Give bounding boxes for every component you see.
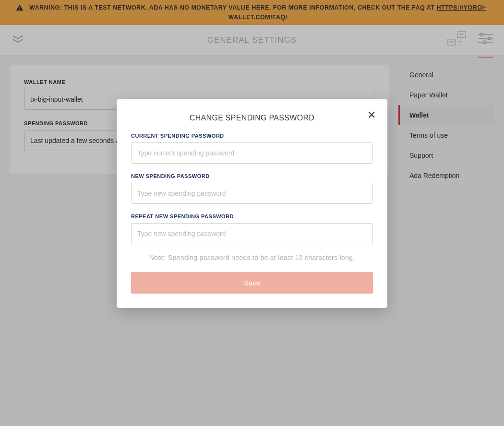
close-icon[interactable]: ✕ [367, 110, 376, 120]
password-note: Note: Spending password needs to be at l… [131, 254, 373, 261]
new-password-label: NEW SPENDING PASSWORD [131, 173, 373, 179]
modal-backdrop: CHANGE SPENDING PASSWORD ✕ CURRENT SPEND… [0, 0, 504, 426]
change-password-modal: CHANGE SPENDING PASSWORD ✕ CURRENT SPEND… [117, 99, 387, 308]
repeat-password-input[interactable] [131, 223, 373, 244]
save-button[interactable]: Save [131, 272, 373, 294]
repeat-password-label: REPEAT NEW SPENDING PASSWORD [131, 213, 373, 219]
current-password-input[interactable] [131, 142, 373, 164]
modal-title: CHANGE SPENDING PASSWORD [131, 114, 373, 122]
current-password-label: CURRENT SPENDING PASSWORD [131, 133, 373, 139]
new-password-input[interactable] [131, 183, 373, 204]
